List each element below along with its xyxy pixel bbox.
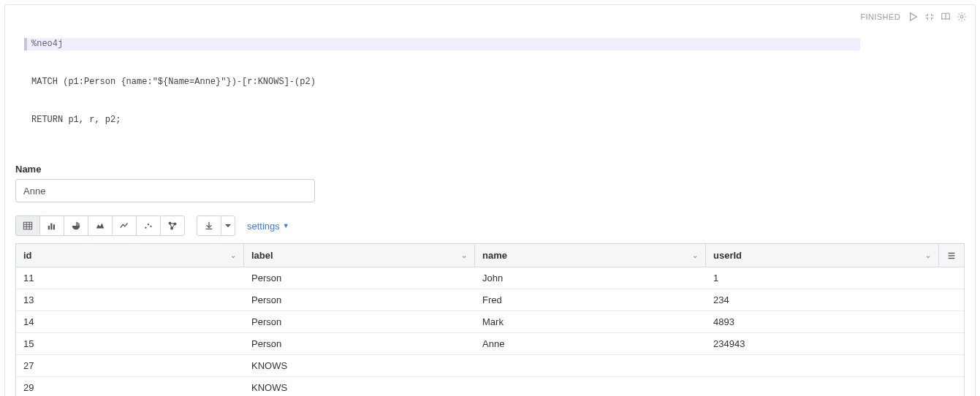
- cell-id: 29: [16, 377, 244, 396]
- table-row[interactable]: 15PersonAnne234943: [16, 333, 964, 355]
- table-row[interactable]: 29KNOWS: [16, 377, 964, 396]
- status-label: FINISHED: [860, 12, 900, 21]
- chart-type-group: [15, 216, 185, 236]
- results-table: id ⌄ label ⌄ name ⌄ userId ⌄: [15, 243, 965, 396]
- svg-point-2: [960, 15, 963, 18]
- svg-point-13: [150, 226, 151, 227]
- svg-rect-3: [23, 222, 31, 229]
- chevron-down-icon: ⌄: [692, 251, 698, 259]
- cell-name: Anne: [475, 333, 706, 354]
- cell-id: 14: [16, 311, 244, 332]
- settings-link-label: settings: [247, 221, 280, 232]
- collapse-icon[interactable]: [924, 11, 935, 23]
- svg-marker-0: [911, 13, 917, 21]
- table-row[interactable]: 11PersonJohn1: [16, 267, 964, 289]
- book-icon[interactable]: [940, 11, 951, 23]
- column-header-userid-label: userId: [713, 250, 742, 261]
- cell-name: [475, 377, 706, 396]
- input-label: Name: [15, 164, 965, 175]
- table-body: 11PersonJohn113PersonFred23414PersonMark…: [16, 267, 964, 396]
- chevron-down-icon: ⌄: [925, 251, 931, 259]
- caret-down-icon: ▼: [283, 222, 289, 229]
- column-header-label[interactable]: label ⌄: [244, 244, 475, 267]
- cell-label: KNOWS: [244, 377, 475, 396]
- cell-label: Person: [244, 333, 475, 354]
- code-line-3: RETURN p1, r, p2;: [5, 114, 860, 126]
- svg-point-12: [148, 224, 149, 225]
- settings-link[interactable]: settings ▼: [247, 221, 289, 232]
- cell-userid: 234943: [706, 333, 964, 354]
- cell-userid: 4893: [706, 311, 964, 332]
- svg-rect-9: [50, 224, 52, 230]
- column-header-userid[interactable]: userId ⌄: [706, 244, 939, 267]
- cell-label: Person: [244, 267, 475, 289]
- cell-id: 11: [16, 267, 244, 289]
- download-button[interactable]: [197, 216, 221, 236]
- cell-name: Fred: [475, 289, 706, 311]
- code-editor[interactable]: %neo4j MATCH (p1:Person {name:"${Name=An…: [5, 5, 860, 158]
- cell-id: 27: [16, 355, 244, 376]
- column-header-name[interactable]: name ⌄: [475, 244, 706, 267]
- paragraph-header: %neo4j MATCH (p1:Person {name:"${Name=An…: [5, 5, 975, 158]
- download-dropdown-button[interactable]: [221, 216, 235, 236]
- svg-marker-22: [225, 224, 231, 227]
- cell-userid: 234: [706, 289, 964, 311]
- cell-userid: [706, 355, 964, 376]
- pie-chart-button[interactable]: [64, 216, 88, 236]
- svg-line-18: [172, 224, 175, 229]
- table-row[interactable]: 27KNOWS: [16, 355, 964, 377]
- table-row[interactable]: 14PersonMark4893: [16, 311, 964, 333]
- column-header-label-label: label: [251, 250, 273, 261]
- column-menu-button[interactable]: [939, 244, 964, 267]
- svg-rect-8: [48, 226, 50, 229]
- run-icon[interactable]: [908, 11, 919, 23]
- cell-userid: [706, 377, 964, 396]
- table-row[interactable]: 13PersonFred234: [16, 289, 964, 311]
- chevron-down-icon: ⌄: [461, 251, 467, 259]
- cell-name: [475, 355, 706, 376]
- cell-id: 13: [16, 289, 244, 311]
- result-toolbar: settings ▼: [15, 216, 965, 236]
- cell-id: 15: [16, 333, 244, 354]
- column-header-id[interactable]: id ⌄: [16, 244, 244, 267]
- column-header-id-label: id: [23, 250, 32, 261]
- area-chart-button[interactable]: [88, 216, 113, 236]
- cell-label: KNOWS: [244, 355, 475, 376]
- cell-name: John: [475, 267, 706, 289]
- scatter-chart-button[interactable]: [136, 216, 161, 236]
- column-header-name-label: name: [482, 250, 507, 261]
- line-chart-button[interactable]: [112, 216, 137, 236]
- paragraph-body: Name: [5, 164, 975, 396]
- name-input[interactable]: [15, 179, 315, 202]
- chevron-down-icon: ⌄: [230, 251, 236, 259]
- cell-label: Person: [244, 289, 475, 311]
- cell-name: Mark: [475, 311, 706, 332]
- bar-chart-button[interactable]: [39, 216, 64, 236]
- cell-label: Person: [244, 311, 475, 332]
- code-line-2: MATCH (p1:Person {name:"${Name=Anne}"})-…: [5, 76, 860, 88]
- table-header: id ⌄ label ⌄ name ⌄ userId ⌄: [16, 244, 964, 267]
- download-group: [197, 216, 235, 236]
- svg-rect-10: [53, 225, 55, 230]
- table-view-button[interactable]: [15, 216, 40, 236]
- paragraph-panel: %neo4j MATCH (p1:Person {name:"${Name=An…: [4, 4, 976, 396]
- network-chart-button[interactable]: [160, 216, 185, 236]
- cell-userid: 1: [706, 267, 964, 289]
- svg-point-11: [145, 227, 146, 229]
- gear-icon[interactable]: [956, 11, 968, 23]
- code-line-1: %neo4j: [24, 38, 860, 50]
- paragraph-controls: FINISHED: [860, 5, 975, 23]
